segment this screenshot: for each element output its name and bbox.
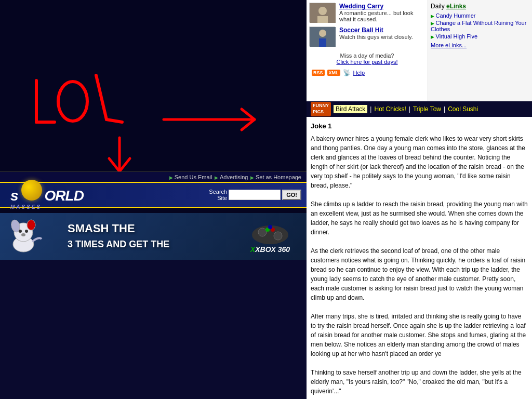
funny-pics-section: FUNNY PICS Bird Attack | Hot Chicks! | T… [307,101,532,117]
logo-subtitle: MASSES [5,204,84,210]
news-title-1[interactable]: Wedding Carry [339,3,425,10]
send-email-link[interactable]: Send Us Email [169,174,212,180]
svg-point-15 [318,7,327,15]
news-image-1-svg [310,3,336,23]
xbox-controller-svg [249,219,291,245]
news-desc-1: A romantic gesture... but look what it c… [339,10,425,22]
search-area: SearchSite GO! [209,189,301,201]
search-input[interactable] [229,190,281,200]
elink-item-3[interactable]: Virtual High Five [431,33,529,40]
svg-point-4 [27,220,35,230]
funny-sep-1: | [370,105,371,113]
miss-a-day: Miss a day of media? Click here for past… [309,50,425,67]
top-right-elinks: Daily eLinks Candy Hummer Change a Flat … [428,0,532,101]
click-for-past-link[interactable]: Click here for past days! [337,59,398,65]
svg-point-0 [58,82,87,121]
funny-sep-3: | [444,105,445,113]
elink-item-1[interactable]: Candy Hummer [431,12,529,19]
svg-point-18 [319,30,326,37]
elink-item-2[interactable]: Change a Flat Without Ruining Your Cloth… [431,19,529,33]
top-right-left-news: Wedding Carry A romantic gesture... but … [307,0,428,101]
go-button[interactable]: GO! [282,190,301,200]
logo-text: sORLD MASSES [0,180,84,210]
news-desc-2: Watch this guys wrist closely. [339,34,425,40]
funny-tab-triple-tow[interactable]: Triple Tow [413,105,441,113]
news-item-1: Wedding Carry A romantic gesture... but … [309,3,425,22]
joke-1-text: A bakery owner hires a young female cler… [311,134,528,396]
news-text-2: Soccer Ball Hit Watch this guys wrist cl… [339,26,425,40]
rss-badge[interactable]: RSS [312,70,325,76]
search-label: SearchSite [209,189,227,201]
rss-icon2: 📡 [343,69,351,76]
logo-area: sORLD MASSES SearchSite GO! [0,182,307,208]
svg-rect-16 [317,16,328,23]
joke-1: Joke 1 A bakery owner hires a young fema… [311,121,528,396]
joke-1-title: Joke 1 [311,121,528,131]
xml-badge[interactable]: XML [327,70,340,76]
cartoon-character [5,216,47,257]
funny-tab-bird-attack[interactable]: Bird Attack [334,105,367,113]
funny-tab-cool-sushi[interactable]: Cool Sushi [448,105,478,113]
svg-rect-19 [319,38,326,47]
xbox-logo-area: XXBOX 360 [249,219,291,254]
elinks-title: Daily eLinks [431,3,529,10]
news-thumb-1 [309,3,335,22]
funny-pics-logo: FUNNY PICS [311,102,331,116]
svg-point-6 [25,230,28,233]
news-title-2[interactable]: Soccer Ball Hit [339,26,425,34]
svg-point-10 [274,232,282,240]
svg-point-5 [19,230,22,233]
jokes-content: Joke 1 A bakery owner hires a young fema… [307,117,532,399]
funny-sep-2: | [409,105,410,113]
help-link[interactable]: Help [353,70,365,76]
svg-point-7 [21,233,25,236]
more-elinks[interactable]: More eLinks... [431,42,529,48]
xbox-brand: XXBOX 360 [250,245,290,254]
svg-point-9 [258,228,267,236]
advertising-link[interactable]: Advertising [215,174,248,180]
news-thumb-2 [309,26,335,46]
news-item-2: Soccer Ball Hit Watch this guys wrist cl… [309,26,425,46]
logo-globe [21,180,42,201]
news-text-1: Wedding Carry A romantic gesture... but … [339,3,425,22]
funny-tab-hot-chicks[interactable]: Hot Chicks! [374,105,406,113]
elinks-title-link[interactable]: eLinks [446,3,466,10]
xbox-banner[interactable]: SMASH THE 3 TIMES AND GET THE XXBOX 360 [0,213,307,260]
news-image-2-svg [310,27,336,47]
svg-point-13 [268,225,272,229]
set-homepage-link[interactable]: Set as Homepage [250,174,301,180]
rss-bar: RSS XML 📡 Help [309,67,425,78]
cartoon-svg [5,216,47,257]
